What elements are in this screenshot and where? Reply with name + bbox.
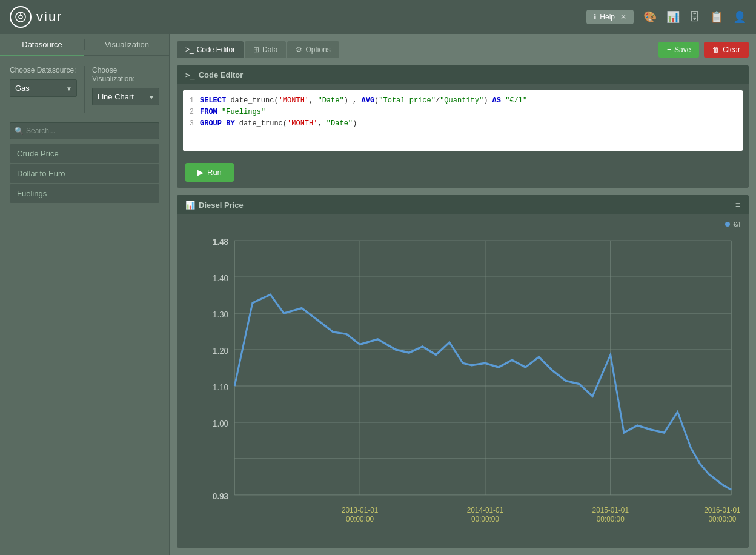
- data-tab-icon: ⊞: [253, 45, 259, 54]
- main-layout: Datasource Visualization Choose Datasour…: [0, 34, 756, 555]
- svg-text:1.40: 1.40: [213, 273, 228, 283]
- visualization-label: Choose Visualization:: [92, 66, 159, 83]
- visualization-select[interactable]: Line Chart Bar Chart Pie Chart: [92, 88, 159, 105]
- tab-data[interactable]: ⊞ Data: [245, 41, 286, 58]
- line-num-3: 3: [183, 118, 200, 130]
- user-icon[interactable]: 👤: [733, 10, 746, 24]
- run-button[interactable]: ▶ Run: [185, 163, 234, 182]
- code-editor-prompt-icon: >_: [185, 70, 195, 79]
- svg-text:1.30: 1.30: [213, 309, 228, 319]
- tab-options[interactable]: ⚙ Options: [287, 41, 339, 58]
- help-close-icon: ✕: [620, 13, 626, 21]
- save-icon: +: [667, 45, 671, 54]
- help-icon: ℹ: [594, 13, 597, 21]
- left-content: Choose Datasource: Gas Oil Electric ▼ Ch…: [0, 56, 169, 122]
- panel-tabs: Datasource Visualization: [0, 34, 169, 56]
- line-content-1: SELECT date_trunc('MONTH', "Date") , AVG…: [200, 95, 527, 107]
- header: viur ℹ Help ✕ 🎨 📊 🗄 📋 👤: [0, 0, 756, 34]
- svg-point-1: [19, 15, 22, 19]
- legend-dot: [725, 222, 730, 227]
- code-line-1: 1 SELECT date_trunc('MONTH', "Date") , A…: [183, 95, 743, 107]
- left-panel: Datasource Visualization Choose Datasour…: [0, 34, 170, 555]
- data-tab-label: Data: [262, 45, 277, 54]
- header-right: ℹ Help ✕ 🎨 📊 🗄 📋 👤: [586, 10, 746, 24]
- code-editor-panel: >_ Code Editor 1 SELECT date_trunc('MONT…: [177, 65, 749, 188]
- svg-text:1.10: 1.10: [213, 382, 228, 392]
- palette-icon[interactable]: 🎨: [643, 10, 657, 24]
- visualization-select-wrapper: Line Chart Bar Chart Pie Chart ▼: [92, 88, 159, 105]
- clear-label: Clear: [723, 45, 740, 54]
- save-label: Save: [674, 45, 691, 54]
- datasource-label: Choose Datasource:: [10, 66, 77, 75]
- chart-title: Diesel Price: [199, 201, 244, 210]
- logo-icon: [10, 6, 31, 28]
- svg-text:00:00:00: 00:00:00: [597, 514, 625, 524]
- search-box: 🔍: [10, 122, 159, 139]
- svg-text:2015-01-01: 2015-01-01: [592, 505, 629, 514]
- clear-button[interactable]: 🗑 Clear: [704, 42, 749, 58]
- svg-text:2013-01-01: 2013-01-01: [342, 505, 378, 514]
- chart-area: 1.48 1.40 1.30 1.20 1.10 1.00 0.93 2013-…: [185, 230, 740, 542]
- svg-text:0.93: 0.93: [213, 491, 228, 501]
- datasource-list: Crude Price Dollar to Euro Fuelings: [0, 144, 169, 203]
- chart-menu-icon[interactable]: ≡: [735, 200, 740, 210]
- run-icon: ▶: [197, 168, 204, 177]
- svg-text:1.20: 1.20: [213, 345, 228, 356]
- chart-svg: 1.48 1.40 1.30 1.20 1.10 1.00 0.93 2013-…: [185, 230, 740, 542]
- line-num-1: 1: [183, 95, 200, 107]
- svg-text:2016-01-01: 2016-01-01: [704, 505, 740, 514]
- clear-icon: 🗑: [712, 45, 720, 54]
- datasource-select-wrapper: Gas Oil Electric ▼: [10, 79, 77, 97]
- chart-icon: 📊: [185, 201, 195, 210]
- code-line-2: 2 FROM "Fuelings": [183, 107, 743, 118]
- toolbar-tabs: >_ Code Editor ⊞ Data ⚙ Options: [177, 41, 654, 58]
- code-editor-tab-label: Code Editor: [197, 45, 235, 54]
- list-item-crude-price[interactable]: Crude Price: [10, 144, 159, 163]
- list-item-fuelings[interactable]: Fuelings: [10, 184, 159, 203]
- chart-header: 📊 Diesel Price ≡: [177, 195, 749, 214]
- code-editor-tab-icon: >_: [185, 45, 194, 54]
- datasource-column: Choose Datasource: Gas Oil Electric ▼: [10, 66, 85, 113]
- help-button[interactable]: ℹ Help ✕: [586, 10, 634, 24]
- svg-text:2014-01-01: 2014-01-01: [467, 505, 503, 514]
- code-line-3: 3 GROUP BY date_trunc('MONTH', "Date"): [183, 118, 743, 130]
- code-editor-area[interactable]: 1 SELECT date_trunc('MONTH', "Date") , A…: [183, 90, 743, 151]
- options-tab-label: Options: [305, 45, 330, 54]
- code-editor-header: >_ Code Editor: [177, 65, 749, 84]
- logo: viur: [10, 6, 62, 28]
- tab-code-editor[interactable]: >_ Code Editor: [177, 41, 244, 58]
- run-label: Run: [207, 168, 222, 177]
- search-icon: 🔍: [15, 127, 24, 135]
- code-editor-footer: ▶ Run: [177, 157, 749, 188]
- save-button[interactable]: + Save: [658, 42, 699, 58]
- options-tab-icon: ⚙: [296, 45, 302, 54]
- chart-legend: €/l: [185, 221, 740, 228]
- line-num-2: 2: [183, 107, 200, 118]
- svg-text:1.00: 1.00: [213, 418, 228, 428]
- logo-text: viur: [36, 9, 62, 25]
- right-panel: >_ Code Editor ⊞ Data ⚙ Options + Save 🗑…: [170, 34, 756, 555]
- chart-panel: 📊 Diesel Price ≡ €/l: [177, 195, 749, 548]
- svg-text:1.48: 1.48: [213, 236, 228, 247]
- document-icon[interactable]: 📋: [710, 10, 723, 24]
- help-label: Help: [600, 13, 615, 21]
- svg-text:00:00:00: 00:00:00: [708, 514, 736, 524]
- svg-text:00:00:00: 00:00:00: [471, 514, 499, 524]
- tab-datasource[interactable]: Datasource: [0, 34, 84, 56]
- toolbar: >_ Code Editor ⊞ Data ⚙ Options + Save 🗑…: [177, 41, 749, 58]
- code-editor-title: Code Editor: [199, 70, 244, 79]
- chart-header-left: 📊 Diesel Price: [185, 201, 244, 210]
- chart-body: €/l: [177, 214, 749, 548]
- svg-text:00:00:00: 00:00:00: [346, 514, 374, 524]
- datasource-select[interactable]: Gas Oil Electric: [10, 79, 77, 97]
- line-content-3: GROUP BY date_trunc('MONTH', "Date"): [200, 118, 357, 130]
- visualization-column: Choose Visualization: Line Chart Bar Cha…: [85, 66, 159, 113]
- tab-visualization[interactable]: Visualization: [85, 34, 169, 56]
- list-item-dollar-euro[interactable]: Dollar to Euro: [10, 164, 159, 183]
- search-input[interactable]: [10, 122, 159, 139]
- chart-bar-icon[interactable]: 📊: [666, 10, 680, 24]
- legend-label: €/l: [733, 221, 740, 228]
- database-icon[interactable]: 🗄: [689, 11, 700, 24]
- line-content-2: FROM "Fuelings": [200, 107, 265, 118]
